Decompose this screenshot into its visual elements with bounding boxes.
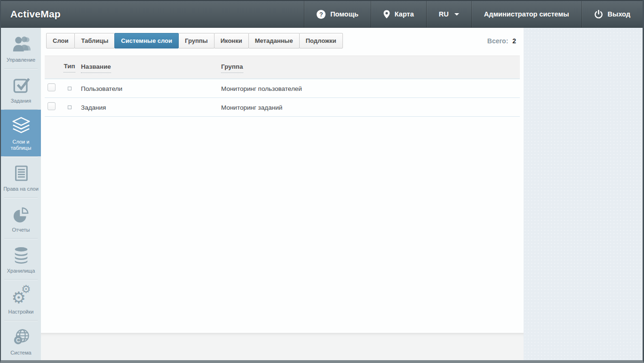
chevron-down-icon bbox=[454, 13, 459, 16]
system-layers-table: Тип Название Группа bbox=[45, 56, 520, 117]
users-icon bbox=[10, 34, 32, 55]
tab-basemaps[interactable]: Подложки bbox=[299, 33, 343, 48]
layers-icon bbox=[10, 116, 32, 137]
sidebar-item-label: Слои и таблицы bbox=[2, 139, 40, 151]
tab-groups[interactable]: Группы bbox=[178, 33, 215, 48]
sidebar-item-layer-rights[interactable]: Права на слои bbox=[1, 157, 41, 197]
sidebar-item-label: Права на слои bbox=[3, 186, 39, 192]
power-icon bbox=[594, 10, 603, 19]
column-header-group[interactable]: Группа bbox=[221, 63, 243, 73]
layer-name: Задания bbox=[81, 104, 106, 111]
sidebar-item-label: Задания bbox=[11, 98, 31, 104]
map-button[interactable]: Карта bbox=[371, 1, 426, 27]
main-panel: Слои Таблицы Системные слои Группы Иконк… bbox=[41, 28, 524, 360]
app-logo[interactable]: ActiveMap bbox=[1, 1, 70, 27]
gears-icon: ⚙ ⚙ bbox=[11, 286, 32, 307]
tab-tables[interactable]: Таблицы bbox=[74, 33, 115, 48]
task-check-icon bbox=[11, 75, 32, 96]
top-bar: ActiveMap ? Помощь Карта RU Администрато… bbox=[1, 0, 643, 28]
sidebar-item-system[interactable]: C Система bbox=[1, 321, 41, 360]
geometry-type-icon bbox=[68, 87, 72, 90]
sidebar-item-layers-tables[interactable]: Слои и таблицы bbox=[1, 110, 41, 156]
column-header-type[interactable]: Тип bbox=[64, 63, 75, 73]
sidebar-item-reports[interactable]: Отчеты bbox=[1, 198, 41, 238]
sidebar-item-storages[interactable]: Хранилища bbox=[1, 239, 41, 279]
language-dropdown[interactable]: RU bbox=[426, 1, 471, 27]
user-name: Администратор системы bbox=[484, 10, 569, 18]
sidebar-item-label: Настройки bbox=[8, 309, 34, 315]
table-header-row: Тип Название Группа bbox=[45, 56, 520, 79]
layer-group: Мониторинг заданий bbox=[221, 104, 282, 111]
sidebar-item-settings[interactable]: ⚙ ⚙ Настройки bbox=[1, 280, 41, 320]
row-checkbox[interactable] bbox=[48, 83, 56, 91]
sidebar-item-management[interactable]: Управление bbox=[1, 28, 41, 68]
page-background bbox=[524, 28, 643, 360]
panel-footer bbox=[41, 333, 524, 360]
help-button[interactable]: ? Помощь bbox=[304, 1, 371, 27]
total-value: 2 bbox=[512, 37, 516, 45]
top-nav: ? Помощь Карта RU Администратор системы bbox=[304, 1, 643, 27]
logout-label: Выход bbox=[608, 10, 630, 18]
sidebar-item-tasks[interactable]: Задания bbox=[1, 69, 41, 109]
map-pin-icon bbox=[383, 10, 390, 19]
total-count: Всего: 2 bbox=[487, 37, 518, 45]
geometry-type-icon bbox=[68, 105, 72, 109]
sidebar-item-label: Отчеты bbox=[12, 227, 30, 233]
layer-name: Пользователи bbox=[81, 85, 122, 92]
document-icon bbox=[11, 163, 31, 184]
sidebar-item-label: Управление bbox=[7, 57, 35, 63]
table-row[interactable]: Пользователи Мониторинг пользователей bbox=[45, 79, 520, 98]
help-label: Помощь bbox=[330, 10, 358, 18]
current-user[interactable]: Администратор системы bbox=[471, 1, 581, 27]
row-checkbox[interactable] bbox=[48, 102, 56, 110]
database-icon bbox=[11, 245, 32, 266]
tab-layers[interactable]: Слои bbox=[46, 33, 75, 48]
language-value: RU bbox=[439, 10, 449, 18]
app-window: ActiveMap ? Помощь Карта RU Администрато… bbox=[0, 0, 644, 363]
total-label: Всего: bbox=[487, 37, 509, 45]
sidebar-item-label: Система bbox=[10, 350, 31, 356]
column-header-name[interactable]: Название bbox=[81, 63, 111, 73]
sidebar-item-label: Хранилища bbox=[7, 268, 35, 274]
table-row[interactable]: Задания Мониторинг заданий bbox=[45, 98, 520, 117]
logout-button[interactable]: Выход bbox=[581, 1, 643, 27]
tab-bar: Слои Таблицы Системные слои Группы Иконк… bbox=[41, 28, 524, 48]
help-icon: ? bbox=[317, 10, 326, 19]
tab-icons[interactable]: Иконки bbox=[214, 33, 249, 48]
globe-icon: C bbox=[11, 327, 32, 347]
layer-group: Мониторинг пользователей bbox=[221, 85, 302, 92]
tab-system-layers[interactable]: Системные слои bbox=[114, 33, 179, 48]
pie-chart-icon bbox=[11, 204, 32, 225]
map-label: Карта bbox=[395, 10, 414, 18]
tab-metadata[interactable]: Метаданные bbox=[248, 33, 300, 48]
sidebar: Управление Задания bbox=[1, 28, 41, 360]
content-empty-area bbox=[41, 117, 524, 333]
svg-text:C: C bbox=[16, 337, 20, 344]
